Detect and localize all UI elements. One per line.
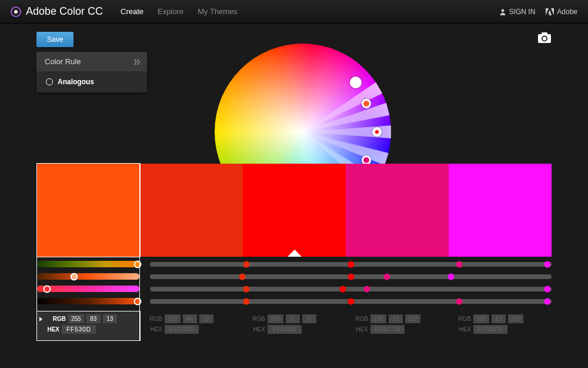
- value-col-2: RGB25500HEXFF0000: [243, 311, 346, 340]
- rgb-value[interactable]: 0: [286, 314, 300, 323]
- hex-label: HEX: [245, 326, 265, 333]
- slider-rest-2[interactable]: [150, 287, 552, 291]
- slider-dot[interactable]: [544, 298, 551, 304]
- slider-dot[interactable]: [348, 298, 354, 304]
- wheel-marker[interactable]: [362, 99, 371, 108]
- slider-dot[interactable]: [363, 286, 370, 292]
- color-rule-selected[interactable]: Analogous: [36, 71, 147, 92]
- slider-first-1[interactable]: [37, 273, 139, 280]
- hex-row: HEXFF530D: [39, 325, 138, 334]
- swatch-2[interactable]: [243, 164, 346, 257]
- color-rule-header[interactable]: Color Rule ❯❯: [36, 52, 147, 71]
- rgb-value[interactable]: 12: [389, 314, 403, 323]
- value-col-3: RGB23212122HEXE80C7A: [346, 311, 449, 340]
- svg-point-1: [14, 10, 18, 14]
- slider-rest-0[interactable]: [150, 262, 552, 267]
- slider-row-3: [37, 296, 552, 306]
- slider-knob[interactable]: [70, 273, 78, 280]
- swatch-0[interactable]: [37, 164, 140, 257]
- slider-first-3[interactable]: [37, 298, 139, 304]
- sliders-area: [37, 259, 552, 309]
- slider-row-0: [37, 259, 552, 269]
- slider-dot[interactable]: [243, 298, 249, 304]
- slider-first-0[interactable]: [37, 261, 139, 267]
- slider-dot[interactable]: [243, 261, 249, 267]
- svg-point-2: [501, 9, 504, 12]
- wheel-marker[interactable]: [372, 127, 382, 137]
- rgb-value[interactable]: 232: [370, 314, 386, 323]
- swatch-3[interactable]: [346, 164, 449, 257]
- rgb-row: RGB25513255: [451, 314, 549, 323]
- expand-icon[interactable]: [39, 317, 42, 321]
- hex-value[interactable]: FF530D: [62, 325, 96, 334]
- rgb-value[interactable]: 122: [405, 314, 421, 323]
- chevron-down-icon: ❯❯: [133, 59, 139, 65]
- rgb-row: RGB2558313: [39, 314, 138, 323]
- wheel-marker[interactable]: [350, 77, 362, 88]
- hex-label: HEX: [451, 326, 471, 333]
- hex-value[interactable]: E82C0C: [165, 325, 199, 334]
- slider-knob[interactable]: [133, 297, 141, 305]
- swatch-4[interactable]: [449, 164, 552, 257]
- slider-dot[interactable]: [544, 261, 551, 267]
- slider-dot[interactable]: [544, 286, 551, 292]
- slider-dot[interactable]: [348, 273, 354, 280]
- hex-row: HEXFF0000: [245, 325, 343, 334]
- swatch-1[interactable]: [140, 164, 243, 257]
- save-button[interactable]: Save: [36, 32, 74, 47]
- hex-row: HEXE80C7A: [348, 325, 446, 334]
- svg-rect-4: [542, 32, 547, 35]
- color-rule-title: Color Rule: [45, 57, 81, 66]
- app-title: Adobe Color CC: [26, 5, 103, 18]
- slider-knob[interactable]: [44, 285, 51, 293]
- top-nav: Adobe Color CC Create Explore My Themes …: [0, 0, 588, 24]
- color-wheel-icon: [11, 6, 21, 17]
- rgb-value[interactable]: 83: [86, 314, 101, 323]
- base-color-arrow-icon: [288, 250, 302, 257]
- slider-dot[interactable]: [383, 273, 390, 280]
- hex-value[interactable]: E80C7A: [370, 325, 405, 334]
- adobe-link[interactable]: Adobe: [546, 8, 577, 16]
- rgb-value[interactable]: 12: [199, 314, 213, 323]
- slider-dot[interactable]: [239, 273, 246, 280]
- hex-value[interactable]: FF0DFF: [473, 325, 507, 334]
- signin-label: SIGN IN: [509, 8, 536, 16]
- value-col-1: RGB2324412HEXE82C0C: [140, 311, 243, 340]
- svg-point-6: [543, 37, 546, 40]
- hex-row: HEXFF0DFF: [451, 325, 549, 334]
- swatch-row: [37, 164, 552, 257]
- rgb-label: RGB: [451, 316, 471, 322]
- slider-first-2[interactable]: [37, 286, 139, 292]
- rgb-value[interactable]: 44: [183, 314, 197, 323]
- slider-dot[interactable]: [448, 273, 455, 280]
- user-icon: [499, 8, 506, 15]
- slider-rest-1[interactable]: [150, 274, 552, 279]
- rgb-value[interactable]: 232: [165, 314, 181, 323]
- tab-mythemes[interactable]: My Themes: [198, 7, 238, 16]
- slider-knob[interactable]: [133, 260, 141, 268]
- value-col-0: RGB2558313HEXFF530D: [37, 311, 140, 340]
- rgb-value[interactable]: 0: [302, 314, 316, 323]
- hex-value[interactable]: FF0000: [268, 325, 302, 334]
- rgb-value[interactable]: 13: [103, 314, 117, 323]
- slider-dot[interactable]: [348, 261, 354, 267]
- slider-dot[interactable]: [243, 286, 249, 292]
- hex-label: HEX: [348, 326, 368, 333]
- slider-rest-3[interactable]: [150, 299, 552, 304]
- rgb-value[interactable]: 255: [68, 314, 84, 323]
- signin-link[interactable]: SIGN IN: [499, 8, 536, 16]
- rgb-value[interactable]: 13: [492, 314, 506, 323]
- tab-create[interactable]: Create: [121, 7, 143, 16]
- rgb-label: RGB: [245, 316, 265, 322]
- rgb-row: RGB2324412: [142, 314, 240, 323]
- rgb-value[interactable]: 255: [268, 314, 283, 323]
- slider-dot[interactable]: [456, 298, 462, 304]
- tab-explore[interactable]: Explore: [158, 7, 183, 16]
- rgb-value[interactable]: 255: [508, 314, 524, 323]
- slider-dot[interactable]: [339, 286, 346, 292]
- slider-dot[interactable]: [456, 261, 462, 267]
- rgb-value[interactable]: 255: [473, 314, 489, 323]
- slider-row-2: [37, 284, 552, 294]
- hex-row: HEXE82C0C: [142, 325, 240, 334]
- camera-icon[interactable]: [537, 32, 552, 45]
